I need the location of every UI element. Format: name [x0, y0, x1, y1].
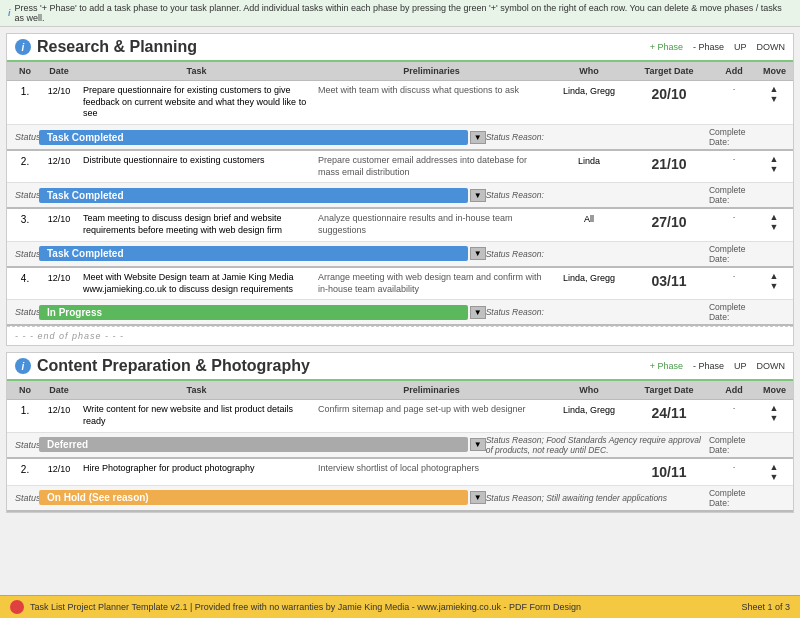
- add-phase-btn-1[interactable]: + Phase: [650, 42, 683, 52]
- phase-section-2: i Content Preparation & Photography + Ph…: [6, 352, 794, 512]
- cell-move: ▲ ▼: [759, 154, 789, 174]
- add-phase-btn-2[interactable]: + Phase: [650, 361, 683, 371]
- complete-date: Complete Date:: [709, 435, 759, 455]
- cell-add[interactable]: -: [709, 212, 759, 221]
- cell-prelim: Meet with team with discuss what questio…: [314, 84, 549, 98]
- dropdown-arrow[interactable]: ▼: [470, 438, 486, 451]
- cell-add[interactable]: -: [709, 403, 759, 412]
- cell-task: Meet with Website Design team at Jamie K…: [79, 271, 314, 296]
- cell-task: Prepare questionnaire for existing custo…: [79, 84, 314, 121]
- move-down[interactable]: ▼: [770, 95, 779, 104]
- move-down[interactable]: ▼: [770, 414, 779, 423]
- move-up[interactable]: ▲: [770, 463, 779, 472]
- cell-add[interactable]: -: [709, 271, 759, 280]
- table-row: 2. 12/10 Hire Photographer for product p…: [7, 459, 793, 486]
- status-dropdown[interactable]: Deferred ▼: [39, 437, 486, 452]
- remove-phase-btn-2[interactable]: - Phase: [693, 361, 724, 371]
- complete-date: Complete Date:: [709, 488, 759, 508]
- status-badge: In Progress: [39, 305, 468, 320]
- status-row: Status: Task Completed ▼ Status Reason: …: [7, 125, 793, 151]
- cell-move: ▲ ▼: [759, 403, 789, 423]
- status-row: Status: Task Completed ▼ Status Reason: …: [7, 183, 793, 209]
- status-row: Status: On Hold (See reason) ▼ Status Re…: [7, 486, 793, 512]
- status-reason: Status Reason:: [486, 190, 709, 200]
- status-row: Status: Deferred ▼ Status Reason; Food S…: [7, 433, 793, 459]
- table-header-1: No Date Task Preliminaries Who Target Da…: [7, 62, 793, 81]
- col-task: Task: [79, 383, 314, 397]
- status-reason: Status Reason:: [486, 249, 709, 259]
- move-down[interactable]: ▼: [770, 473, 779, 482]
- status-dropdown[interactable]: Task Completed ▼: [39, 246, 486, 261]
- dropdown-arrow[interactable]: ▼: [470, 306, 486, 319]
- cell-target: 24/11: [629, 403, 709, 421]
- dropdown-arrow[interactable]: ▼: [470, 131, 486, 144]
- cell-move: ▲ ▼: [759, 84, 789, 104]
- status-reason: Status Reason; Still awaiting tender app…: [486, 493, 709, 503]
- cell-prelim: Arrange meeting with web design team and…: [314, 271, 549, 296]
- status-dropdown[interactable]: Task Completed ▼: [39, 130, 486, 145]
- up-btn-2[interactable]: UP: [734, 361, 747, 371]
- info-text: Press '+ Phase' to add a task phase to y…: [15, 3, 792, 23]
- status-dropdown[interactable]: In Progress ▼: [39, 305, 486, 320]
- remove-phase-btn-1[interactable]: - Phase: [693, 42, 724, 52]
- status-badge: On Hold (See reason): [39, 490, 468, 505]
- dropdown-arrow[interactable]: ▼: [470, 189, 486, 202]
- cell-date: 12/10: [39, 154, 79, 166]
- cell-no: 2.: [11, 154, 39, 167]
- table-row: 3. 12/10 Team meeting to discuss design …: [7, 209, 793, 241]
- table-row: 4. 12/10 Meet with Website Design team a…: [7, 268, 793, 300]
- status-row: Status: Task Completed ▼ Status Reason: …: [7, 242, 793, 268]
- col-no: No: [11, 64, 39, 78]
- cell-target: 10/11: [629, 462, 709, 480]
- move-up[interactable]: ▲: [770, 85, 779, 94]
- table-row: 1. 12/10 Write content for new website a…: [7, 400, 793, 432]
- move-up[interactable]: ▲: [770, 404, 779, 413]
- status-label: Status:: [11, 307, 39, 317]
- move-up[interactable]: ▲: [770, 155, 779, 164]
- col-target: Target Date: [629, 64, 709, 78]
- dropdown-arrow[interactable]: ▼: [470, 491, 486, 504]
- complete-date: Complete Date:: [709, 244, 759, 264]
- down-btn-2[interactable]: DOWN: [757, 361, 786, 371]
- down-btn-1[interactable]: DOWN: [757, 42, 786, 52]
- cell-add[interactable]: -: [709, 462, 759, 471]
- cell-who: Linda, Gregg: [549, 271, 629, 283]
- cell-task: Write content for new website and list p…: [79, 403, 314, 428]
- col-no: No: [11, 383, 39, 397]
- move-up[interactable]: ▲: [770, 272, 779, 281]
- cell-move: ▲ ▼: [759, 212, 789, 232]
- move-up[interactable]: ▲: [770, 213, 779, 222]
- cell-no: 2.: [11, 462, 39, 475]
- footer-sheet: Sheet 1 of 3: [741, 602, 790, 612]
- status-label: Status:: [11, 132, 39, 142]
- complete-date: Complete Date:: [709, 127, 759, 147]
- cell-date: 12/10: [39, 462, 79, 474]
- col-move: Move: [759, 64, 789, 78]
- up-btn-1[interactable]: UP: [734, 42, 747, 52]
- status-badge: Task Completed: [39, 246, 468, 261]
- status-dropdown[interactable]: On Hold (See reason) ▼: [39, 490, 486, 505]
- status-dropdown[interactable]: Task Completed ▼: [39, 188, 486, 203]
- col-move: Move: [759, 383, 789, 397]
- status-label: Status:: [11, 493, 39, 503]
- cell-add[interactable]: -: [709, 84, 759, 93]
- move-down[interactable]: ▼: [770, 223, 779, 232]
- status-row: Status: In Progress ▼ Status Reason: Com…: [7, 300, 793, 326]
- cell-no: 1.: [11, 84, 39, 97]
- footer-bar: Task List Project Planner Template v2.1 …: [0, 595, 800, 618]
- move-down[interactable]: ▼: [770, 282, 779, 291]
- table-row: 2. 12/10 Distribute questionnaire to exi…: [7, 151, 793, 183]
- cell-no: 1.: [11, 403, 39, 416]
- cell-target: 03/11: [629, 271, 709, 289]
- col-prelim: Preliminaries: [314, 64, 549, 78]
- col-add: Add: [709, 64, 759, 78]
- table-header-2: No Date Task Preliminaries Who Target Da…: [7, 381, 793, 400]
- cell-task: Distribute questionnaire to existing cus…: [79, 154, 314, 168]
- cell-prelim: Confirm sitemap and page set-up with web…: [314, 403, 549, 417]
- cell-date: 12/10: [39, 84, 79, 96]
- footer-text: Task List Project Planner Template v2.1 …: [30, 602, 581, 612]
- move-down[interactable]: ▼: [770, 165, 779, 174]
- dropdown-arrow[interactable]: ▼: [470, 247, 486, 260]
- cell-add[interactable]: -: [709, 154, 759, 163]
- info-bar: i Press '+ Phase' to add a task phase to…: [0, 0, 800, 27]
